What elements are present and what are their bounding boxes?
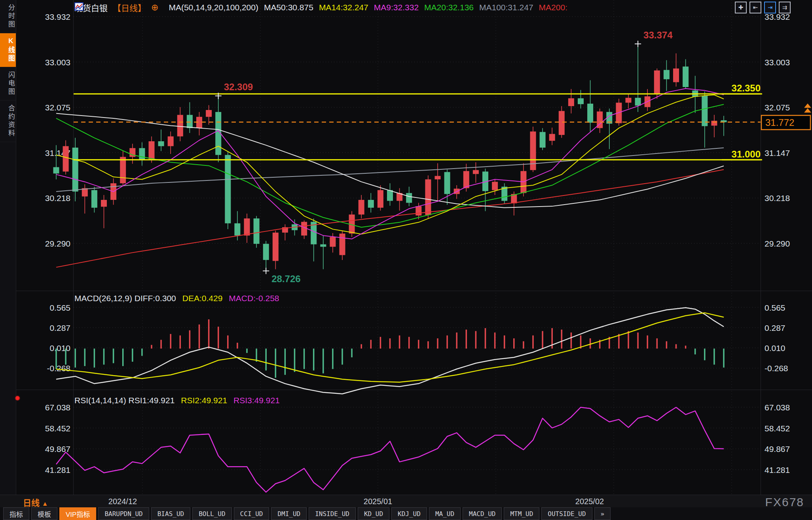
tab-more-chevron[interactable]: » [594, 507, 611, 520]
candle-body [206, 110, 212, 117]
price-axis-right-label: 32.075 [765, 103, 790, 112]
candle-body [635, 98, 641, 106]
sidebar-item-0[interactable]: 分时图 [0, 0, 16, 33]
candle-body [387, 190, 393, 201]
rsi-axis-left-label: 49.867 [45, 444, 70, 454]
candle-body [320, 244, 326, 247]
candle-body [53, 167, 59, 173]
rsi-axis-right-label: 67.038 [765, 403, 790, 412]
ma-label-0: MA(50,14,9,20,100,200) [169, 3, 258, 12]
candle-body [673, 68, 679, 82]
candle-body [168, 137, 174, 146]
auto-scroll-icon[interactable]: ⇥ [764, 2, 776, 13]
rsi-header: RSI(14,14,14) RSI1:49.921RSI2:49.921RSI3… [74, 396, 280, 405]
macd-axis-right-label: 0.565 [765, 303, 785, 312]
price-axis-right-label: 33.932 [765, 12, 790, 21]
tab-BIAS_UD[interactable]: BIAS_UD [151, 507, 190, 520]
candle-body [711, 121, 717, 125]
price-axis-right-label: 33.003 [765, 58, 790, 67]
time-axis-row: 日线 ▲ 2024/122025/012025/02 [0, 495, 812, 508]
tab-MA_UD[interactable]: MA_UD [429, 507, 461, 520]
candle-body [225, 155, 231, 224]
rsi-axis-left-label: 67.038 [45, 403, 70, 412]
candle-body [263, 244, 269, 260]
candle-body [664, 70, 670, 79]
candle-body [578, 98, 584, 104]
collapse-panel-icon[interactable]: ⇉ [779, 2, 791, 13]
tab-模板[interactable]: 模板 [31, 507, 57, 520]
candle-body [149, 141, 155, 160]
period-selector-button[interactable]: 日线 ▲ [23, 496, 48, 508]
rsi-header-part-2: RSI3:49.921 [233, 396, 280, 405]
period-tag[interactable]: 【日线】 [113, 2, 146, 13]
chart-toolbar: ✚⇤⇥⇉ [735, 2, 791, 13]
candle-body [378, 190, 383, 207]
rsi-axis-right-label: 58.452 [765, 424, 790, 433]
indicator-tab-bar: 指标模板VIP指标BARUPDN_UDBIAS_UDBOLL_UDCCI_UDD… [0, 507, 812, 520]
candle-body [549, 134, 555, 140]
price-axis-left-label: 33.003 [45, 58, 70, 67]
date-label-0: 2024/12 [108, 497, 137, 506]
tab-CCI_UD[interactable]: CCI_UD [234, 507, 269, 520]
scroll-up-arrow-icon2 [804, 104, 811, 108]
rsi-axis-left-label: 58.452 [45, 424, 70, 433]
axis-scale-left-icon[interactable]: ⇤ [749, 2, 761, 13]
ma-label-4: MA20:32.136 [424, 3, 474, 12]
price-chart-canvas[interactable]: 33.93233.93233.00333.00332.07532.07531.1… [0, 0, 812, 495]
price-annotation: 33.374 [643, 30, 673, 40]
macd-header-part-2: MACD:-0.258 [229, 294, 279, 303]
candle-body [340, 233, 345, 255]
candle-body [415, 206, 421, 215]
candle-body [568, 98, 574, 106]
macd-axis-left-label: 0.287 [49, 323, 70, 332]
macd-axis-right-label: -0.268 [765, 364, 788, 373]
date-label-2: 2025/02 [575, 497, 604, 506]
tab-VIP指标[interactable]: VIP指标 [59, 507, 96, 520]
sidebar-item-2[interactable]: 闪电图 [0, 67, 16, 101]
candle-body [72, 148, 78, 192]
candle-body [540, 132, 546, 148]
macd-axis-left-label: -0.268 [47, 364, 70, 373]
price-axis-left-label: 30.218 [45, 194, 70, 203]
candle-body [158, 141, 164, 146]
rsi-header-part-1: RSI2:49.921 [181, 396, 227, 405]
tab-KD_UD[interactable]: KD_UD [358, 507, 389, 520]
tab-MTM_UD[interactable]: MTM_UD [504, 507, 539, 520]
sidebar-item-1[interactable]: K线图 [0, 33, 16, 67]
candle-body [330, 237, 336, 247]
rsi-header-part-0: RSI(14,14,14) RSI1:49.921 [74, 396, 175, 405]
price-axis-left-label: 33.932 [45, 12, 70, 21]
candle-body [63, 146, 69, 171]
tab-DMI_UD[interactable]: DMI_UD [271, 507, 307, 520]
macd-axis-right-label: 0.010 [765, 344, 785, 353]
ma-values-row: MA(50,14,9,20,100,200)MA50:30.875MA14:32… [169, 3, 573, 12]
candle-body [187, 115, 193, 128]
sun-marker-icon[interactable]: ✹ [14, 394, 21, 403]
sidebar-item-3[interactable]: 合约资料 [0, 101, 16, 142]
tab-MACD_UD[interactable]: MACD_UD [463, 507, 502, 520]
crosshair-pan-icon[interactable]: ✚ [735, 2, 747, 13]
macd-diff-line [56, 307, 724, 394]
tab-指标[interactable]: 指标 [3, 507, 29, 520]
price-axis-left-label: 32.075 [45, 103, 70, 112]
tab-BOLL_UD[interactable]: BOLL_UD [192, 507, 231, 520]
macd-axis-right-label: 0.287 [765, 323, 785, 332]
macd-header-part-1: DEA:0.429 [182, 294, 223, 303]
last-price-value: 31.772 [765, 117, 794, 128]
rsi-axis-right-label: 49.867 [765, 444, 790, 454]
hline-price-label: 31.000 [732, 149, 761, 159]
candle-body [254, 218, 260, 244]
price-annotation: 28.726 [271, 273, 300, 284]
tab-OUTSIDE_UD[interactable]: OUTSIDE_UD [541, 507, 592, 520]
tab-BARUPDN_UD[interactable]: BARUPDN_UD [98, 507, 149, 520]
triangle-up-icon: ▲ [42, 500, 48, 507]
candle-body [368, 200, 374, 208]
circle-plus-icon[interactable]: ⊕ [151, 2, 158, 13]
hline-price-label: 32.350 [732, 83, 761, 93]
candle-body [244, 218, 250, 235]
candle-body [406, 193, 412, 203]
ma20-line [56, 104, 724, 228]
candle-body [425, 179, 431, 215]
tab-INSIDE_UD[interactable]: INSIDE_UD [309, 507, 356, 520]
tab-KDJ_UD[interactable]: KDJ_UD [391, 507, 427, 520]
